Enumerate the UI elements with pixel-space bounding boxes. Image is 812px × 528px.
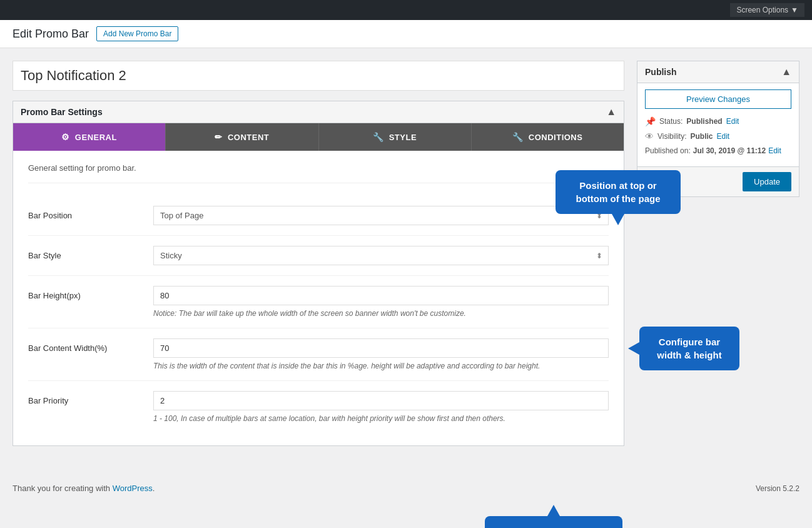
screen-options-chevron: ▼: [791, 6, 798, 14]
tab-content[interactable]: ✏ CONTENT: [166, 123, 318, 151]
published-date-row: Published on: Jul 30, 2019 @ 11:12 Edit: [645, 146, 791, 155]
bar-content-width-input[interactable]: [153, 338, 609, 358]
status-label: Status:: [659, 117, 683, 126]
visibility-edit-link[interactable]: Edit: [716, 132, 729, 141]
content-tab-label: CONTENT: [228, 133, 269, 142]
general-tab-label: GENERAL: [75, 133, 117, 142]
tab-description: General setting for promo bar.: [28, 163, 609, 183]
settings-box-title: Promo Bar Settings: [21, 107, 103, 117]
field-row-style: Bar Style Sticky Fixed Normal ⬍: [28, 236, 609, 276]
bar-position-label: Bar Position: [28, 206, 153, 220]
published-label: Published on:: [645, 146, 691, 155]
settings-collapse-button[interactable]: ▲: [606, 106, 616, 118]
visibility-icon: 👁: [645, 131, 654, 141]
footer: Thank you for creating with WordPress. V…: [0, 471, 812, 505]
bar-priority-label: Bar Priority: [28, 391, 153, 405]
screen-options-button[interactable]: Screen Options ▼: [730, 3, 804, 17]
tabs-row: ⚙ GENERAL ✏ CONTENT 🔧 STYLE 🔧 CONDITIONS: [13, 123, 624, 151]
style-tab-label: STYLE: [389, 133, 417, 142]
screen-options-label: Screen Options: [736, 6, 788, 14]
conditions-tab-label: CONDITIONS: [529, 133, 583, 142]
bar-priority-input[interactable]: [153, 391, 609, 410]
published-date: Jul 30, 2019 @ 11:12: [693, 146, 766, 155]
field-row-height: Bar Height(px) Notice: The bar will take…: [28, 276, 609, 328]
publish-title: Publish: [645, 67, 677, 77]
tab-general[interactable]: ⚙ GENERAL: [13, 123, 166, 151]
field-row-position: Bar Position Top of Page Bottom of Page …: [28, 196, 609, 236]
footer-version: Version 5.2.2: [756, 484, 799, 493]
tooltip-slideshow: Enable slideshow to display multiple bar…: [485, 516, 622, 528]
tab-conditions[interactable]: 🔧 CONDITIONS: [472, 123, 624, 151]
bar-content-width-label: Bar Content Width(%): [28, 338, 153, 353]
add-new-promo-bar-button[interactable]: Add New Promo Bar: [96, 26, 178, 41]
bar-height-notice: Notice: The bar will take up the whole w…: [153, 309, 609, 318]
update-button[interactable]: Update: [743, 172, 791, 191]
bar-style-label: Bar Style: [28, 246, 153, 260]
settings-box: Promo Bar Settings ▲ ⚙ GENERAL ✏ CONTENT…: [13, 101, 624, 446]
bar-priority-notice: 1 - 100, In case of multiple bars at sam…: [153, 414, 609, 423]
bar-height-input[interactable]: [153, 286, 609, 305]
tab-style[interactable]: 🔧 STYLE: [319, 123, 472, 151]
status-icon: 📌: [645, 116, 656, 126]
status-row: 📌 Status: Published Edit: [645, 116, 791, 126]
bar-height-label: Bar Height(px): [28, 286, 153, 300]
post-title-input[interactable]: [13, 61, 624, 91]
bar-content-width-notice: This is the width of the content that is…: [153, 362, 609, 370]
status-value: Published: [686, 117, 722, 126]
field-row-priority: Bar Priority 1 - 100, In case of multipl…: [28, 381, 609, 433]
style-tab-icon: 🔧: [373, 132, 384, 142]
tooltip-configure: Configure bar width & height: [639, 327, 739, 370]
visibility-row: 👁 Visibility: Public Edit: [645, 131, 791, 141]
content-tab-icon: ✏: [215, 132, 223, 142]
tab-content-area: General setting for promo bar. Bar Posit…: [13, 151, 624, 445]
wordpress-link[interactable]: WordPress: [113, 484, 153, 493]
bar-style-select[interactable]: Sticky Fixed Normal: [153, 246, 609, 265]
published-edit-link[interactable]: Edit: [768, 146, 781, 155]
bar-position-select[interactable]: Top of Page Bottom of Page: [153, 206, 609, 225]
visibility-value: Public: [690, 132, 713, 141]
tooltip-position: Position at top or bottom of the page: [556, 170, 681, 214]
general-tab-icon: ⚙: [61, 132, 70, 142]
status-edit-link[interactable]: Edit: [726, 117, 739, 126]
page-title: Edit Promo Bar: [13, 28, 89, 41]
conditions-tab-icon: 🔧: [512, 132, 524, 142]
visibility-label: Visibility:: [657, 132, 686, 141]
publish-collapse-icon: ▲: [781, 66, 791, 78]
preview-changes-button[interactable]: Preview Changes: [645, 89, 791, 109]
field-row-content-width: Bar Content Width(%) This is the width o…: [28, 328, 609, 381]
footer-text: Thank you for creating with WordPress.: [13, 484, 155, 493]
